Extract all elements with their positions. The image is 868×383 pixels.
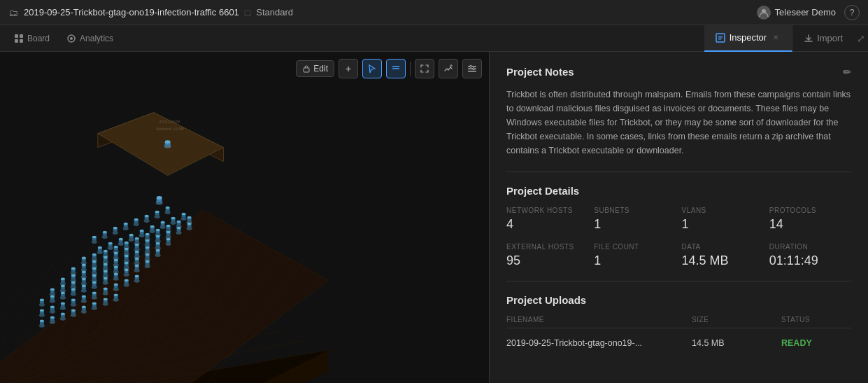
svg-point-294 <box>92 292 97 295</box>
svg-point-82 <box>97 251 103 254</box>
svg-point-100 <box>160 225 166 229</box>
project-uploads-section: Project Uploads FILENAMESIZESTATUS 2019-… <box>506 294 851 352</box>
svg-rect-3 <box>15 39 18 43</box>
svg-point-64 <box>113 231 118 235</box>
add-button[interactable]: + <box>339 59 358 78</box>
detail-item: EXTERNAL HOSTS 95 <box>506 243 588 268</box>
canvas-area[interactable]: .iso-grid { fill: #1a1a1a; stroke: #3a28… <box>0 52 489 383</box>
svg-rect-2 <box>20 34 23 38</box>
svg-point-310 <box>50 321 55 324</box>
tab-board-label: Board <box>27 34 50 43</box>
file-icon: 🗂 <box>8 7 18 18</box>
svg-point-72 <box>134 218 138 221</box>
svg-point-162 <box>135 244 139 246</box>
line-button[interactable] <box>386 59 406 78</box>
svg-point-270 <box>124 269 129 272</box>
tab-analytics-label: Analytics <box>80 34 113 43</box>
svg-point-61 <box>102 235 108 239</box>
svg-point-192 <box>104 263 108 266</box>
svg-point-76 <box>155 215 160 218</box>
svg-point-292 <box>92 296 97 300</box>
fullscreen-button[interactable] <box>415 59 434 78</box>
svg-point-85 <box>108 246 113 250</box>
svg-point-172 <box>176 231 182 235</box>
detail-label: PROTOCOLS <box>769 207 851 214</box>
svg-point-243 <box>156 249 160 252</box>
edit-notes-button[interactable]: ✏ <box>843 67 851 78</box>
edit-button[interactable]: Edit <box>296 60 334 77</box>
svg-point-159 <box>124 248 129 251</box>
svg-point-180 <box>61 278 65 281</box>
svg-point-156 <box>114 252 118 255</box>
toolbar-sep <box>410 62 411 76</box>
project-details-header: Project Details <box>506 185 851 197</box>
svg-rect-1 <box>15 34 18 38</box>
svg-point-189 <box>92 267 97 270</box>
svg-text:Network VLAN: Network VLAN <box>156 126 185 131</box>
uploads-table-body: 2019-09-25-Trickbot-gtag-ono19-... 14.5 … <box>506 334 851 352</box>
svg-point-219 <box>71 281 76 284</box>
svg-point-330 <box>114 294 118 297</box>
settings-icon <box>467 64 477 74</box>
svg-point-105 <box>171 217 176 220</box>
svg-point-264 <box>104 277 108 280</box>
svg-point-147 <box>82 264 86 267</box>
svg-point-126 <box>135 237 139 240</box>
expand-button[interactable]: ⤢ <box>854 30 868 47</box>
svg-point-81 <box>166 207 170 209</box>
titlebar-left: 🗂 2019-09-25-Trickbot-gtag-ono19-infecti… <box>8 7 748 18</box>
svg-point-129 <box>145 233 150 236</box>
inspector-tab-close[interactable]: ✕ <box>771 33 781 43</box>
svg-point-288 <box>71 299 76 302</box>
inspector-tab-label: Inspector <box>730 32 767 43</box>
svg-point-327 <box>104 298 108 301</box>
svg-point-175 <box>187 227 192 230</box>
svg-point-328 <box>113 298 119 302</box>
svg-rect-4 <box>20 39 23 43</box>
detail-value: 01:11:49 <box>769 253 851 268</box>
svg-point-174 <box>177 227 181 230</box>
svg-point-265 <box>113 277 119 281</box>
svg-point-256 <box>81 289 87 293</box>
settings-button[interactable] <box>462 59 482 78</box>
svg-point-108 <box>182 213 186 216</box>
svg-point-66 <box>113 227 118 230</box>
svg-point-322 <box>92 307 97 310</box>
inspector-panel: Project Notes ✏ Trickbot is often distri… <box>490 52 868 383</box>
svg-point-258 <box>82 285 86 288</box>
svg-point-286 <box>71 303 76 307</box>
svg-point-279 <box>40 309 44 312</box>
svg-point-318 <box>71 309 76 312</box>
svg-point-106 <box>181 217 187 221</box>
tab-import[interactable]: Import <box>792 25 854 52</box>
svg-point-313 <box>60 317 66 321</box>
help-button[interactable]: ? <box>844 5 860 20</box>
export-button[interactable] <box>439 59 458 78</box>
svg-point-177 <box>187 223 192 225</box>
user-area[interactable]: Teleseer Demo <box>757 6 836 20</box>
uploads-filename: 2019-09-25-Trickbot-gtag-ono19-... <box>506 338 686 348</box>
uploads-size: 14.5 MB <box>692 338 776 348</box>
svg-point-84 <box>98 246 102 249</box>
svg-point-283 <box>60 307 66 310</box>
svg-point-246 <box>40 299 44 302</box>
svg-text:10.0.0.0/24: 10.0.0.0/24 <box>158 119 181 124</box>
tab-board[interactable]: Board <box>6 31 58 46</box>
detail-label: DATA <box>682 243 764 251</box>
svg-point-255 <box>71 288 76 291</box>
tab-inspector[interactable]: Inspector ✕ <box>704 25 792 52</box>
svg-point-132 <box>156 229 160 232</box>
svg-point-261 <box>92 281 97 284</box>
svg-point-319 <box>81 310 87 314</box>
detail-value: 1 <box>594 253 676 268</box>
project-notes-text: Trickbot is often distributed through ma… <box>506 88 851 158</box>
tab-analytics[interactable]: Analytics <box>58 31 122 46</box>
svg-point-298 <box>113 288 119 291</box>
svg-point-324 <box>92 302 97 305</box>
svg-point-289 <box>81 300 87 303</box>
svg-point-231 <box>114 266 118 269</box>
cursor-button[interactable] <box>362 59 382 78</box>
svg-point-99 <box>150 225 155 228</box>
detail-value: 1 <box>682 217 764 232</box>
svg-point-97 <box>150 230 155 233</box>
